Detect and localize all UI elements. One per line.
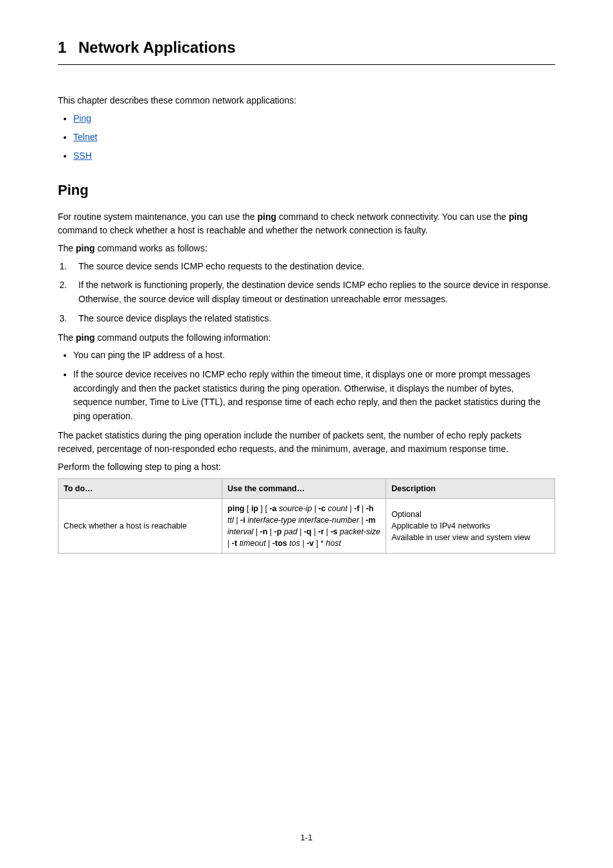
list-item: You can ping the IP address of a host.	[73, 348, 555, 363]
cmd-flag: -t	[232, 539, 237, 548]
cmd-flag: -n	[260, 527, 268, 536]
cmd-keyword: ip	[251, 504, 258, 513]
app-links-list: Ping Telnet SSH	[58, 112, 555, 163]
cmd-arg: ttl	[227, 516, 234, 525]
desc-line: Available in user view and system view	[391, 532, 549, 543]
telnet-link[interactable]: Telnet	[73, 132, 97, 142]
table-row: Check whether a host is reachable ping […	[58, 498, 555, 554]
cmd-flag: -h	[366, 504, 374, 513]
ping-perform-paragraph: Perform the following step to ping a hos…	[58, 460, 555, 475]
cmd-arg: source-ip	[279, 504, 312, 513]
list-item: Telnet	[73, 131, 555, 144]
cmd-arg: timeout	[240, 539, 266, 548]
list-item: The source device displays the related s…	[69, 312, 555, 326]
list-item: The source device sends ICMP echo reques…	[69, 260, 555, 274]
ping-paragraph-1: For routine system maintenance, you can …	[58, 210, 555, 238]
ping-command-inline: ping	[258, 212, 277, 222]
list-item: If the network is functioning properly, …	[69, 278, 555, 306]
cell-description: Optional Applicable to IPv4 networks Ava…	[386, 498, 555, 554]
desc-line: Applicable to IPv4 networks	[391, 520, 549, 532]
ssh-link[interactable]: SSH	[73, 150, 92, 161]
text-fragment: For routine system maintenance, you can …	[58, 212, 258, 222]
cmd-arg: pad	[284, 527, 298, 536]
col-header-todo: To do…	[58, 478, 222, 498]
ping-steps-list: The source device sends ICMP echo reques…	[58, 260, 555, 326]
ping-command-table: To do… Use the command… Description Chec…	[58, 478, 555, 554]
list-item: Ping	[73, 112, 555, 125]
cell-todo: Check whether a host is reachable	[58, 498, 222, 554]
cmd-flag: -c	[319, 504, 326, 513]
page-number: 1-1	[0, 833, 613, 842]
cmd-marker: *	[321, 539, 324, 548]
ping-command-inline: ping	[509, 212, 528, 222]
ping-stats-paragraph: The packet statistics during the ping op…	[58, 429, 555, 457]
text-fragment: command to check network connectivity. Y…	[276, 212, 509, 222]
col-header-description: Description	[386, 478, 555, 498]
section-heading-ping: Ping	[58, 182, 555, 199]
ping-paragraph-2: The ping command works as follows:	[58, 242, 555, 256]
ping-command-inline: ping	[76, 243, 95, 253]
cmd-flag: -r	[318, 527, 324, 536]
chapter-header: 1 Network Applications	[58, 39, 555, 65]
cmd-arg: packet-size	[340, 527, 380, 536]
list-item: SSH	[73, 149, 555, 163]
text-fragment: The	[58, 332, 76, 343]
text-fragment: command outputs the following informatio…	[95, 332, 271, 343]
ping-paragraph-3: The ping command outputs the following i…	[58, 331, 555, 345]
col-header-command: Use the command…	[222, 478, 386, 498]
cmd-flag: -q	[304, 527, 312, 536]
ping-command-inline: ping	[76, 332, 95, 343]
cmd-keyword: ping	[227, 504, 244, 513]
cell-command: ping [ ip ] [ -a source-ip | -c count | …	[222, 498, 386, 554]
text-fragment: command to check whether a host is reach…	[58, 225, 428, 235]
cmd-flag: -i	[240, 516, 245, 525]
table-header-row: To do… Use the command… Description	[58, 478, 555, 498]
desc-line: Optional	[391, 509, 549, 520]
cmd-arg: count	[328, 504, 348, 513]
ping-link[interactable]: Ping	[73, 113, 91, 123]
chapter-title: Network Applications	[78, 39, 235, 56]
cmd-flag: -f	[354, 504, 359, 513]
list-item: If the source device receives no ICMP ec…	[73, 368, 555, 424]
cmd-flag: -a	[269, 504, 276, 513]
cmd-arg: tos	[289, 539, 300, 548]
cmd-flag: -v	[306, 539, 314, 548]
cmd-flag: -tos	[272, 539, 287, 548]
cmd-flag: -m	[366, 516, 375, 525]
intro-paragraph: This chapter describes these common netw…	[58, 94, 555, 108]
cmd-arg: host	[326, 539, 341, 548]
text-fragment: The	[58, 243, 76, 253]
cmd-flag: -p	[274, 527, 282, 536]
ping-output-list: You can ping the IP address of a host. I…	[58, 348, 555, 423]
cmd-arg: interval	[227, 527, 253, 536]
cmd-flag: -s	[330, 527, 337, 536]
chapter-number: 1	[58, 39, 66, 56]
text-fragment: command works as follows:	[95, 243, 208, 253]
cmd-arg: interface-type interface-number	[247, 516, 359, 525]
